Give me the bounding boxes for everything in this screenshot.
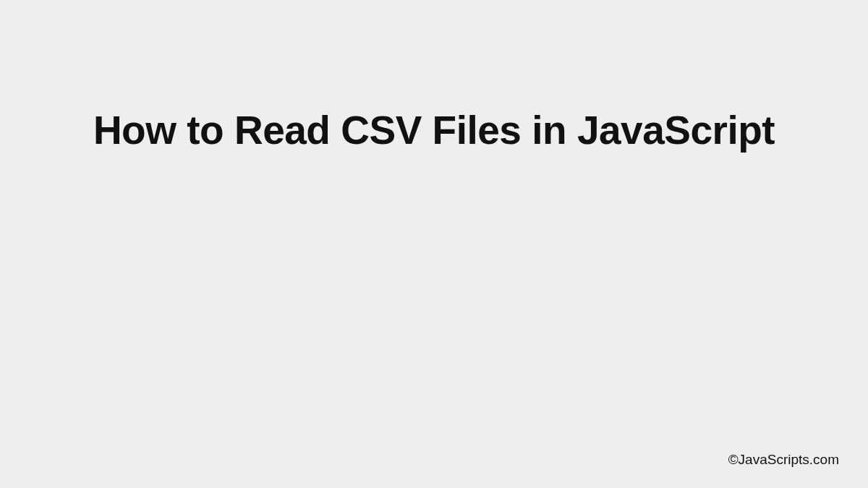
title-container: How to Read CSV Files in JavaScript [0, 105, 868, 157]
attribution-text: ©JavaScripts.com [728, 452, 839, 468]
page-title: How to Read CSV Files in JavaScript [72, 105, 796, 157]
